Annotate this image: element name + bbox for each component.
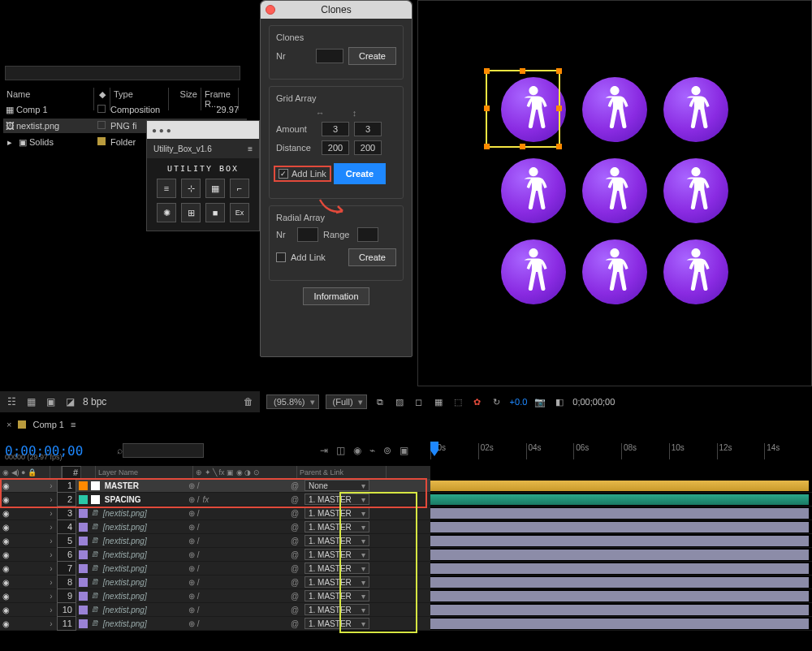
label-swatch[interactable] [97, 121, 106, 129]
bpc-toggle[interactable]: 8 bpc [83, 396, 106, 407]
label-swatch[interactable] [79, 537, 88, 545]
layer-name[interactable]: 🖹 [nextist.png] [89, 564, 184, 573]
label-swatch[interactable] [79, 481, 88, 490]
clone-token[interactable] [582, 77, 647, 142]
layer-switches[interactable]: ⊕ / [184, 606, 287, 614]
distance-x-input[interactable] [322, 140, 349, 155]
adjust-icon[interactable]: ◪ [63, 395, 76, 408]
path-icon[interactable]: ⌐ [230, 179, 249, 198]
ex-icon[interactable]: Ex [230, 203, 249, 222]
tab-menu-icon[interactable]: ≡ [71, 420, 76, 429]
camera-icon[interactable]: ■ [205, 203, 225, 222]
layer-bar[interactable] [430, 589, 812, 603]
project-search-input[interactable] [5, 66, 240, 80]
visibility-toggle[interactable]: ◉ [0, 606, 11, 614]
clones-dialog[interactable]: Clones Clones Nr Create Grid Array ↔↕ Am… [260, 0, 412, 357]
label-swatch[interactable] [97, 105, 106, 113]
grid-create-button[interactable]: Create [334, 163, 386, 184]
exposure-value[interactable]: +0.0 [510, 397, 528, 407]
layer-bar[interactable] [430, 479, 812, 493]
visibility-toggle[interactable]: ◉ [0, 550, 11, 559]
pickwhip-icon[interactable]: @ [287, 578, 302, 587]
label-swatch[interactable] [79, 550, 88, 559]
label-swatch[interactable] [79, 564, 88, 573]
pickwhip-icon[interactable]: @ [287, 509, 302, 518]
layer-name[interactable]: 🖹 [nextist.png] [89, 537, 184, 545]
project-item-comp[interactable]: ▦ Comp 1 Composition 29.97 [3, 102, 247, 117]
visibility-toggle[interactable]: ◉ [0, 495, 11, 504]
layer-row[interactable]: ◉›3🖹 [nextist.png]⊕ /@1. MASTER [0, 507, 430, 520]
parent-dropdown[interactable]: None [304, 480, 369, 491]
layer-name[interactable]: MASTER [89, 481, 184, 490]
layer-switches[interactable]: ⊕ / fx [184, 495, 287, 504]
twirl-icon[interactable]: › [45, 523, 57, 532]
parent-dropdown[interactable]: 1. MASTER [304, 549, 369, 560]
parent-dropdown[interactable]: 1. MASTER [304, 604, 369, 615]
parent-dropdown[interactable]: 1. MASTER [304, 521, 369, 532]
sun-icon[interactable]: ✺ [157, 203, 176, 222]
twirl-icon[interactable]: › [45, 550, 57, 559]
label-swatch[interactable] [79, 606, 88, 614]
guides-icon[interactable]: ▦ [432, 395, 445, 408]
mask-icon[interactable]: ◻ [412, 395, 425, 408]
parent-dropdown[interactable]: 1. MASTER [304, 618, 369, 629]
range-input[interactable] [357, 227, 378, 242]
layer-bar[interactable] [430, 493, 812, 507]
layer-bar[interactable] [430, 562, 812, 576]
layer-name[interactable]: 🖹 [nextist.png] [89, 509, 184, 518]
new-comp-icon[interactable]: ▦ [24, 395, 37, 408]
pickwhip-icon[interactable]: @ [287, 550, 302, 559]
clones-nr-input[interactable] [316, 49, 343, 63]
shy-icon[interactable]: ⇥ [320, 445, 328, 456]
layer-row[interactable]: ◉›10🖹 [nextist.png]⊕ /@1. MASTER [0, 603, 430, 617]
layer-name[interactable]: 🖹 [nextist.png] [89, 592, 184, 601]
renderer-icon[interactable]: ✿ [471, 395, 484, 408]
pickwhip-icon[interactable]: @ [287, 606, 302, 614]
visibility-toggle[interactable]: ◉ [0, 537, 11, 545]
parent-dropdown[interactable]: 1. MASTER [304, 576, 369, 588]
snapshot-icon[interactable]: 📷 [533, 395, 546, 408]
label-swatch[interactable] [79, 619, 88, 628]
utility-box-panel[interactable]: ● ● ● Utility_Box_v1.6 ≡ UTILITY BOX ≡ ⊹… [146, 120, 260, 231]
layer-switches[interactable]: ⊕ / [184, 537, 287, 545]
show-snapshot-icon[interactable]: ◧ [553, 395, 566, 408]
align-icon[interactable]: ≡ [157, 179, 176, 198]
label-swatch[interactable] [79, 509, 88, 518]
twirl-icon[interactable]: › [45, 564, 57, 573]
layer-row[interactable]: ◉›8🖹 [nextist.png]⊕ /@1. MASTER [0, 576, 430, 589]
layer-row[interactable]: ◉›9🖹 [nextist.png]⊕ /@1. MASTER [0, 589, 430, 603]
clone-token[interactable] [663, 77, 728, 142]
layer-name[interactable]: 🖹 [nextist.png] [89, 606, 184, 614]
label-swatch[interactable] [79, 578, 88, 587]
layer-bar[interactable] [430, 534, 812, 548]
layer-bar[interactable] [430, 576, 812, 589]
label-swatch[interactable] [79, 495, 88, 504]
twirl-icon[interactable]: › [45, 537, 57, 545]
3d-icon[interactable]: ⬚ [451, 395, 464, 408]
pickwhip-icon[interactable]: @ [287, 495, 302, 504]
grid-addlink-checkbox[interactable] [279, 169, 288, 179]
layer-bar[interactable] [430, 548, 812, 562]
layer-switches[interactable]: ⊕ / [184, 509, 287, 518]
amount-y-input[interactable] [354, 122, 382, 136]
pickwhip-icon[interactable]: @ [287, 481, 302, 490]
transparency-icon[interactable]: ▨ [393, 395, 406, 408]
visibility-toggle[interactable]: ◉ [0, 578, 11, 587]
interpret-icon[interactable]: ☷ [5, 395, 18, 408]
visibility-toggle[interactable]: ◉ [0, 619, 11, 628]
layer-row[interactable]: ◉›7🖹 [nextist.png]⊕ /@1. MASTER [0, 562, 430, 576]
composition-viewport[interactable] [417, 0, 812, 386]
visibility-toggle[interactable]: ◉ [0, 481, 11, 490]
layer-bar[interactable] [430, 520, 812, 534]
twirl-icon[interactable]: › [45, 592, 57, 601]
clones-create-button[interactable]: Create [348, 47, 396, 65]
layer-switches[interactable]: ⊕ / [184, 578, 287, 587]
pickwhip-icon[interactable]: @ [287, 564, 302, 573]
parent-dropdown[interactable]: 1. MASTER [304, 563, 369, 574]
close-icon[interactable] [266, 5, 275, 15]
twirl-icon[interactable]: › [45, 619, 57, 628]
layer-switches[interactable]: ⊕ / [184, 592, 287, 601]
layer-row[interactable]: ◉›5🖹 [nextist.png]⊕ /@1. MASTER [0, 534, 430, 548]
layer-row[interactable]: ◉›1 MASTER⊕ /@None [0, 479, 430, 493]
preview-timecode[interactable]: 0;00;00;00 [572, 397, 615, 407]
